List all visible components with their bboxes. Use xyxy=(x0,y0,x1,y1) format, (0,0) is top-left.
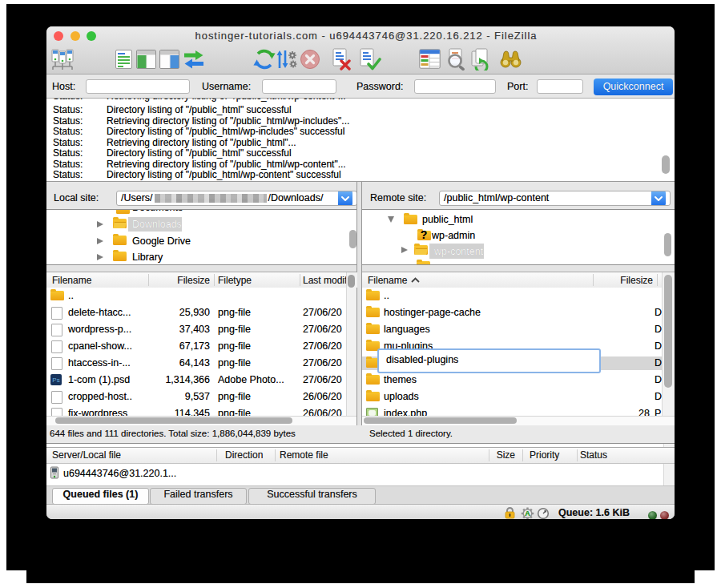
svg-text:A: A xyxy=(525,509,530,518)
